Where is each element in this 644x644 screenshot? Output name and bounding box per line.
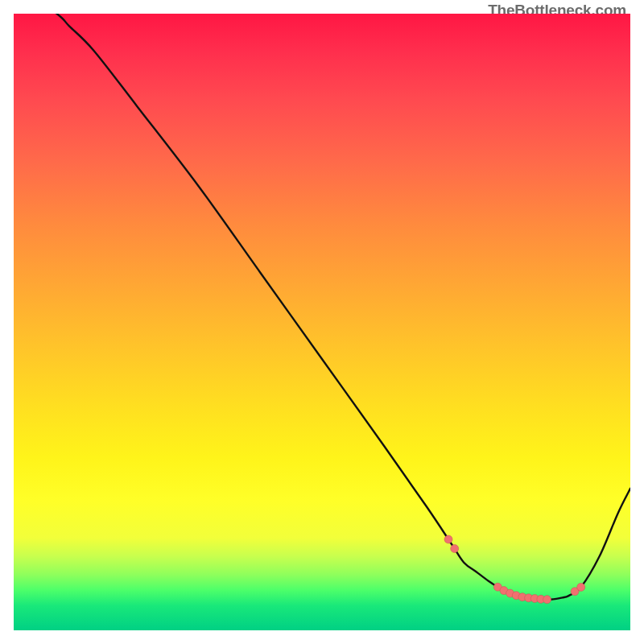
- plot-area: [14, 14, 630, 630]
- gradient-background: [14, 14, 630, 630]
- chart-stage: TheBottleneck.com: [0, 0, 644, 644]
